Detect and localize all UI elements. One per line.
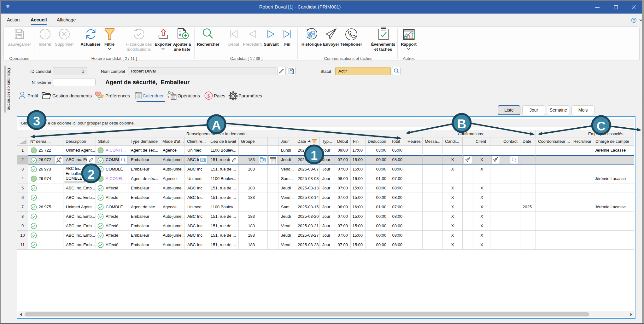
svg-text:B: B	[457, 117, 466, 131]
svg-text:A: A	[212, 118, 221, 132]
svg-text:1: 1	[311, 148, 318, 162]
svg-text:3: 3	[33, 114, 40, 128]
svg-text:C: C	[597, 119, 606, 133]
svg-text:2: 2	[88, 167, 95, 181]
